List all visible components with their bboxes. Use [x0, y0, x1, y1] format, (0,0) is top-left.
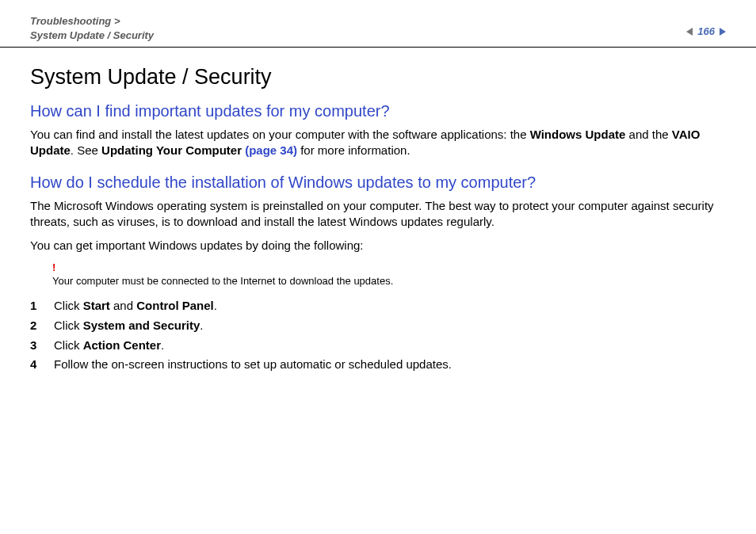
breadcrumb-line1: Troubleshooting > — [30, 15, 120, 27]
warning-icon: ! — [52, 261, 55, 273]
section2-paragraph1: The Microsoft Windows operating system i… — [30, 198, 726, 231]
step-item: 2 Click System and Security. — [30, 316, 726, 336]
step-item: 3 Click Action Center. — [30, 336, 726, 356]
warning-note: ! Your computer must be connected to the… — [52, 261, 726, 288]
breadcrumb-line2: System Update / Security — [30, 29, 154, 41]
page-nav: 166 — [686, 14, 726, 37]
prev-page-arrow-icon[interactable] — [686, 28, 693, 36]
steps-list: 1 Click Start and Control Panel. 2 Click… — [30, 296, 726, 375]
step-item: 4 Follow the on-screen instructions to s… — [30, 355, 726, 375]
section1-heading: How can I find important updates for my … — [30, 102, 726, 120]
next-page-arrow-icon[interactable] — [720, 28, 726, 36]
warning-text: Your computer must be connected to the I… — [52, 275, 393, 287]
page-number: 166 — [697, 25, 715, 37]
page-content: System Update / Security How can I find … — [0, 48, 756, 375]
section2-paragraph2: You can get important Windows updates by… — [30, 238, 726, 254]
section1-paragraph: You can find and install the latest upda… — [30, 127, 726, 159]
step-item: 1 Click Start and Control Panel. — [30, 296, 726, 316]
section2-heading: How do I schedule the installation of Wi… — [30, 174, 726, 192]
breadcrumb: Troubleshooting > System Update / Securi… — [30, 14, 154, 42]
page-link-34[interactable]: (page 34) — [245, 143, 297, 157]
page-title: System Update / Security — [30, 65, 726, 90]
page-header: Troubleshooting > System Update / Securi… — [0, 0, 756, 48]
